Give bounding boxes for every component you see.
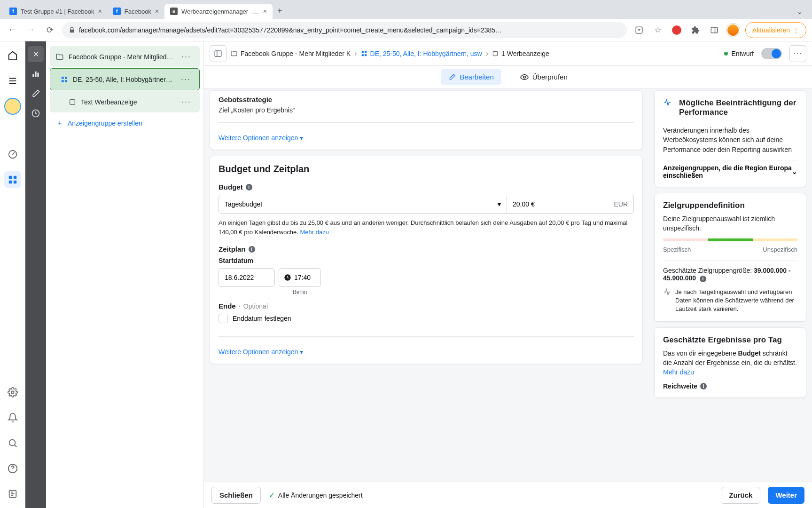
sidepanel-icon[interactable] [708, 24, 721, 37]
ads-manager-icon[interactable] [4, 171, 21, 188]
crumb-campaign[interactable]: Facebook Gruppe - Mehr Mitglieder K [230, 50, 351, 57]
audience-text: Deine Zielgruppenauswahl ist ziemlich un… [663, 214, 797, 233]
campaign-tree: Facebook Gruppe - Mehr Mitglieder Ka… ··… [46, 41, 204, 508]
eye-icon [520, 73, 529, 81]
back-button[interactable]: ← [6, 24, 19, 37]
tab-title: Werbeanzeigenmanager - Wer [181, 8, 259, 15]
dashboard-icon[interactable] [4, 146, 21, 163]
create-adset-button[interactable]: ＋ Anzeigengruppe erstellen [46, 113, 203, 133]
global-nav-rail [0, 41, 25, 508]
checkmark-icon: ✓ [268, 490, 275, 500]
start-date-label: Startdatum [219, 257, 634, 264]
svg-rect-29 [365, 51, 367, 53]
tree-adset[interactable]: DE, 25-50, Alle, I: Hobbygärtnern, usw… … [50, 68, 200, 90]
browser-tab[interactable]: f Test Gruppe #1 | Facebook × [4, 4, 108, 19]
more-actions-button[interactable]: ··· [789, 45, 806, 62]
show-more-options-link[interactable]: Weitere Optionen anzeigen ▾ [219, 348, 303, 356]
tree-campaign[interactable]: Facebook Gruppe - Mehr Mitglieder Ka… ··… [50, 46, 200, 67]
show-more-options-link[interactable]: Weitere Optionen anzeigen ▾ [219, 134, 303, 142]
active-toggle[interactable] [761, 48, 782, 59]
help-icon[interactable] [4, 460, 21, 477]
budget-type-value: Tagesbudget [225, 200, 262, 208]
update-browser-button[interactable]: Aktualisieren ⋮ [745, 22, 806, 38]
profile-avatar[interactable] [726, 24, 740, 37]
start-date-input[interactable]: 18.6.2022 [219, 268, 275, 287]
caret-down-icon: ▾ [300, 134, 303, 142]
star-icon[interactable]: ☆ [651, 24, 664, 37]
address-bar[interactable]: facebook.com/adsmanager/manage/adsets/ed… [62, 22, 627, 38]
stats-icon[interactable] [28, 66, 44, 82]
settings-icon[interactable] [4, 384, 21, 401]
tab-label: Überprüfen [532, 73, 568, 81]
extension-ublock-icon[interactable] [670, 24, 683, 37]
info-icon[interactable]: i [700, 276, 706, 282]
crumb-label: DE, 25-50, Alle, I: Hobbygärtnern, usw [370, 50, 482, 57]
estimate-note: Je nach Targetingauswahl und verfügbaren… [663, 288, 797, 314]
schedule-label: Zeitplan i [219, 245, 634, 253]
browser-tab[interactable]: f Facebook × [108, 4, 164, 19]
info-icon[interactable]: i [246, 184, 252, 190]
svg-line-13 [14, 445, 16, 447]
learn-more-link[interactable]: Mehr dazu [663, 368, 694, 376]
report-bug-icon[interactable] [4, 485, 21, 502]
svg-rect-22 [65, 77, 67, 79]
svg-rect-8 [13, 176, 16, 179]
close-icon[interactable]: × [98, 8, 102, 15]
start-time-input[interactable]: 17:40 [279, 268, 321, 287]
bid-strategy-card: Gebotsstrategie Ziel „Kosten pro Ergebni… [210, 90, 643, 150]
more-icon[interactable]: ··· [179, 51, 194, 63]
history-icon[interactable] [28, 105, 44, 121]
svg-rect-9 [8, 181, 11, 183]
tab-title: Test Gruppe #1 | Facebook [21, 8, 94, 15]
crumb-ad[interactable]: 1 Werbeanzeige [492, 50, 549, 57]
browser-tab-active[interactable]: ≡ Werbeanzeigenmanager - Wer × [164, 4, 273, 19]
info-icon[interactable]: i [249, 246, 255, 253]
close-icon[interactable]: × [263, 8, 267, 15]
account-avatar[interactable] [4, 98, 21, 115]
lock-icon [69, 27, 75, 33]
perf-expand-row[interactable]: Anzeigengruppen, die die Region Europa e… [663, 160, 797, 179]
new-tab-button[interactable]: + [273, 3, 287, 19]
crumb-adset[interactable]: DE, 25-50, Alle, I: Hobbygärtnern, usw [361, 50, 482, 57]
reach-label: Reichweite i [663, 382, 797, 390]
kebab-icon: ⋮ [793, 26, 799, 34]
tab-label: Bearbeiten [460, 73, 494, 81]
ad-icon [69, 98, 76, 106]
results-heading: Geschätzte Ergebnisse pro Tag [663, 335, 797, 345]
clock-icon [284, 274, 291, 281]
breadcrumb-bar: Facebook Gruppe - Mehr Mitglieder K › DE… [204, 41, 812, 66]
reload-button[interactable]: ⟳ [43, 24, 56, 37]
form-column: Gebotsstrategie Ziel „Kosten pro Ergebni… [204, 88, 648, 482]
tab-list-button[interactable]: ⌄ [791, 4, 808, 19]
close-icon[interactable]: × [155, 8, 159, 15]
tab-review[interactable]: Überprüfen [513, 69, 575, 85]
url-text: facebook.com/adsmanager/manage/adsets/ed… [79, 26, 620, 34]
edit-icon[interactable] [28, 86, 44, 102]
budget-amount-input[interactable]: 20,00 € EUR [507, 195, 634, 214]
search-icon[interactable] [4, 435, 21, 452]
budget-type-select[interactable]: Tagesbudget ▾ [219, 195, 507, 214]
svg-point-33 [523, 76, 526, 78]
panel-toggle-button[interactable] [210, 45, 226, 62]
more-icon[interactable]: ··· [179, 96, 194, 108]
forward-button: → [24, 24, 38, 37]
end-date-label: Ende · Optional [219, 302, 634, 310]
save-status: ✓ Alle Änderungen gespeichert [268, 490, 363, 500]
tab-edit[interactable]: Bearbeiten [441, 69, 501, 85]
close-panel-icon[interactable]: ✕ [28, 46, 44, 62]
pulse-icon [663, 288, 671, 296]
info-icon[interactable]: i [700, 383, 707, 389]
learn-more-link[interactable]: Mehr dazu [300, 229, 328, 236]
close-button[interactable]: Schließen [211, 487, 261, 504]
next-button[interactable]: Weiter [768, 487, 804, 504]
home-icon[interactable] [4, 47, 21, 64]
notifications-icon[interactable] [4, 409, 21, 426]
back-button[interactable]: Zurück [721, 487, 760, 504]
end-date-checkbox[interactable] [219, 314, 228, 323]
more-icon[interactable]: ··· [178, 73, 194, 85]
tree-ad[interactable]: Text Werbeanzeige ··· [50, 91, 200, 112]
menu-icon[interactable] [4, 72, 21, 89]
install-app-icon[interactable] [632, 24, 646, 37]
budget-heading: Budget und Zeitplan [219, 164, 634, 175]
extensions-icon[interactable] [689, 24, 702, 37]
